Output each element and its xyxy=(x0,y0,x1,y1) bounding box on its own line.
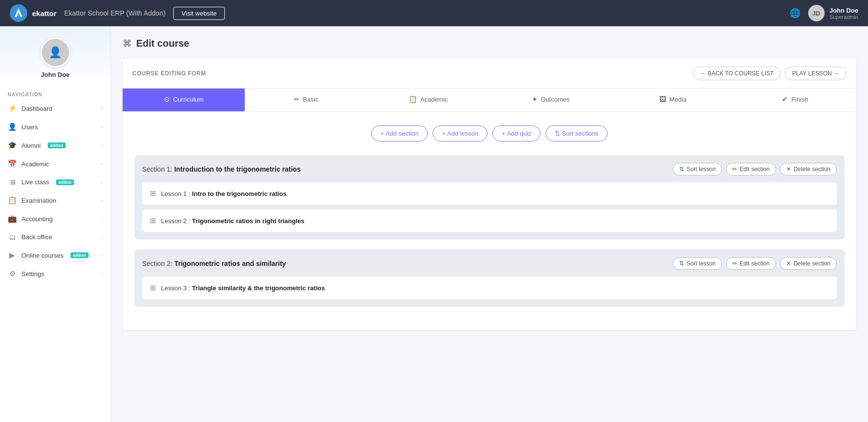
sort-lesson-button-1[interactable]: ⇅ Sort lesson xyxy=(673,163,722,176)
addon-badge: addon xyxy=(56,179,74,185)
sidebar-item-label: Users xyxy=(21,123,38,131)
user-name: John Doe xyxy=(830,7,858,14)
section-header-2: Section 2: Trigonometric ratios and simi… xyxy=(142,257,837,270)
tab-basic[interactable]: ✏ Basic xyxy=(245,88,367,111)
academic-icon: 📅 xyxy=(8,159,17,168)
navbar-right: 🌐 JD John Doe Superadmin xyxy=(790,5,858,21)
brand-logo-icon xyxy=(10,4,27,22)
add-quiz-button[interactable]: + Add quiz xyxy=(492,125,541,141)
course-editing-card: COURSE EDITING FORM ← BACK TO COURSE LIS… xyxy=(123,59,856,330)
lesson-title-1: Lesson 1 : Intro to the trigonometric ra… xyxy=(161,190,287,197)
sidebar-item-academic[interactable]: 📅 Academic › xyxy=(0,155,110,173)
edit-section-label: Edit section xyxy=(740,166,770,173)
sidebar-item-back-office[interactable]: 🗂 Back office › xyxy=(0,228,110,246)
lesson-title-3: Lesson 3 : Triangle similarity & the tri… xyxy=(161,284,325,292)
chevron-icon: › xyxy=(101,179,103,185)
card-header-label: COURSE EDITING FORM xyxy=(132,70,206,77)
section-block-1: Section 1: Introduction to the trigonome… xyxy=(134,155,845,240)
sidebar-item-label: Online courses xyxy=(21,252,64,259)
sidebar-item-accounting[interactable]: 💼 Accounting › xyxy=(0,210,110,228)
sort-icon: ⇅ xyxy=(679,260,684,267)
tab-media[interactable]: 🖼 Media xyxy=(612,88,734,111)
lesson-title-2: Lesson 2 : Trigonometric ratios in right… xyxy=(161,217,305,225)
user-role: Superadmin xyxy=(830,14,858,20)
sidebar-item-label: Alumni xyxy=(21,142,41,149)
card-header: COURSE EDITING FORM ← BACK TO COURSE LIS… xyxy=(123,59,856,88)
lesson-item-3: ⊞ Lesson 3 : Triangle similarity & the t… xyxy=(142,277,837,299)
add-section-button[interactable]: + Add section xyxy=(371,125,428,141)
add-lesson-button[interactable]: + Add lesson xyxy=(433,125,488,141)
delete-section-button-1[interactable]: ✕ Delete section xyxy=(780,163,837,176)
visit-website-button[interactable]: Visit website xyxy=(173,7,225,20)
lesson-item-1: ⊞ Lesson 1 : Intro to the trigonometric … xyxy=(142,182,837,205)
lesson-video-icon: ⊞ xyxy=(150,189,156,198)
section-title-text: Introduction to the trigonometric ratios xyxy=(174,165,301,173)
sort-lesson-label: Sort lesson xyxy=(687,260,716,267)
tab-finish[interactable]: ✔ Finish xyxy=(734,88,856,111)
alumni-icon: 🎓 xyxy=(8,141,17,150)
sidebar-item-users[interactable]: 👤 Users › xyxy=(0,118,110,136)
sidebar-item-label: Examination xyxy=(21,197,56,204)
delete-section-label: Delete section xyxy=(794,260,831,267)
section-actions-1: ⇅ Sort lesson ✏ Edit section ✕ Delete se… xyxy=(673,163,837,176)
tab-label: Media xyxy=(669,96,687,103)
section-title-1: Section 1: Introduction to the trigonome… xyxy=(142,165,301,173)
media-tab-icon: 🖼 xyxy=(659,95,666,103)
user-menu[interactable]: JD John Doe Superadmin xyxy=(808,5,858,21)
sort-sections-button[interactable]: ⇅ Sort sections xyxy=(545,125,608,141)
sidebar: 👤 John Doe NAVIGATION ⚡ Dashboard › 👤 Us… xyxy=(0,26,111,422)
tab-outcomes[interactable]: ✦ Outcomes xyxy=(489,88,612,111)
edit-section-button-1[interactable]: ✏ Edit section xyxy=(726,163,776,176)
addon-badge: addon xyxy=(48,142,66,148)
delete-section-button-2[interactable]: ✕ Delete section xyxy=(780,257,837,270)
sidebar-item-alumni[interactable]: 🎓 Alumni addon › xyxy=(0,136,110,155)
sidebar-profile: 👤 John Doe xyxy=(0,26,110,86)
sort-icon: ⇅ xyxy=(679,166,684,173)
user-text: John Doe Superadmin xyxy=(830,7,858,20)
sidebar-item-examination[interactable]: 📋 Examination › xyxy=(0,191,110,210)
tab-academic[interactable]: 📋 Academic xyxy=(367,88,489,111)
sidebar-item-settings[interactable]: ⚙ Settings › xyxy=(0,264,110,283)
tabs: ⊙ Curriculum ✏ Basic 📋 Academic ✦ Outcom… xyxy=(123,88,856,112)
tab-label: Basic xyxy=(303,96,319,103)
chevron-icon: › xyxy=(101,142,103,148)
sidebar-item-label: Dashboard xyxy=(21,105,53,112)
chevron-icon: › xyxy=(101,271,103,277)
delete-section-label: Delete section xyxy=(794,166,831,173)
sidebar-item-label: Accounting xyxy=(21,215,53,223)
chevron-icon: › xyxy=(101,161,103,167)
play-lesson-button[interactable]: PLAY LESSON → xyxy=(785,67,847,80)
tab-curriculum[interactable]: ⊙ Curriculum xyxy=(123,88,245,111)
sidebar-item-online-courses[interactable]: ▶ Online courses addon › xyxy=(0,246,110,264)
toolbar-row: + Add section + Add lesson + Add quiz ⇅ … xyxy=(134,125,845,141)
edit-section-label: Edit section xyxy=(740,260,770,267)
section-prefix: Section 1: xyxy=(142,165,174,173)
chevron-icon: › xyxy=(101,234,103,240)
back-to-course-list-button[interactable]: ← BACK TO COURSE LIST xyxy=(693,67,781,80)
sidebar-item-live-class[interactable]: 🖥 Live class addon › xyxy=(0,173,110,191)
translate-icon[interactable]: 🌐 xyxy=(790,8,800,18)
page-header: ⌘ Edit course xyxy=(123,38,856,49)
svg-point-2 xyxy=(17,14,20,17)
edit-section-button-2[interactable]: ✏ Edit section xyxy=(726,257,776,270)
settings-icon: ⚙ xyxy=(8,269,17,278)
section-title-text: Trigonometric ratios and similarity xyxy=(174,260,286,267)
section-title-2: Section 2: Trigonometric ratios and simi… xyxy=(142,260,286,267)
app-name: Ekattor School ERP (With Addon) xyxy=(64,9,165,17)
chevron-icon: › xyxy=(101,216,103,222)
section-actions-2: ⇅ Sort lesson ✏ Edit section ✕ Delete se… xyxy=(673,257,837,270)
svg-point-0 xyxy=(10,4,27,22)
lesson-video-icon: ⊞ xyxy=(150,283,156,292)
sort-lesson-label: Sort lesson xyxy=(687,166,716,173)
sidebar-item-label: Settings xyxy=(21,270,44,278)
page-title: Edit course xyxy=(136,38,189,49)
chevron-icon: › xyxy=(101,252,103,258)
main-content: ⌘ Edit course COURSE EDITING FORM ← BACK… xyxy=(111,26,868,422)
sort-lesson-button-2[interactable]: ⇅ Sort lesson xyxy=(673,257,722,270)
lesson-item-2: ⊞ Lesson 2 : Trigonometric ratios in rig… xyxy=(142,210,837,232)
sidebar-item-dashboard[interactable]: ⚡ Dashboard › xyxy=(0,99,110,118)
edit-icon: ✏ xyxy=(732,166,737,173)
sidebar-username: John Doe xyxy=(41,71,70,78)
sidebar-item-label: Academic xyxy=(21,160,49,168)
academic-tab-icon: 📋 xyxy=(409,95,417,103)
